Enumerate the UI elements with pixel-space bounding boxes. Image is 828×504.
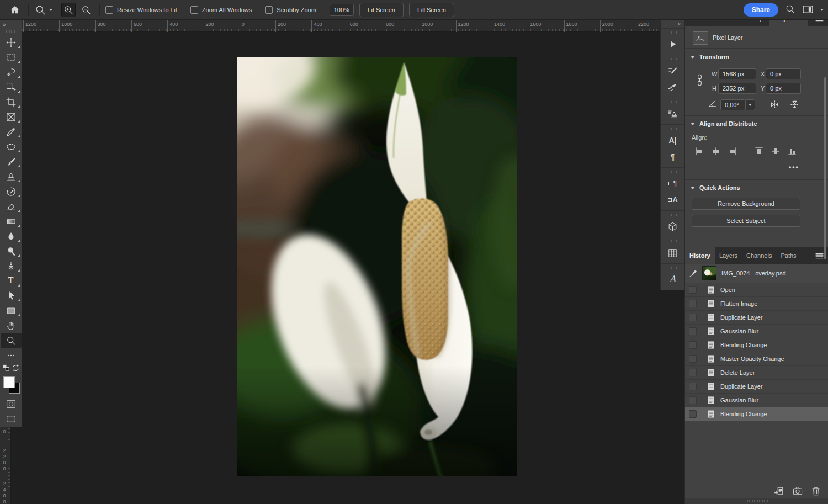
history-source-checkbox[interactable]	[689, 286, 697, 294]
search-button[interactable]	[785, 4, 795, 15]
panel-clone-source[interactable]	[661, 105, 684, 122]
history-state-row[interactable]: Blending Change	[685, 338, 828, 352]
history-source-checkbox[interactable]	[689, 369, 697, 376]
history-source-checkbox[interactable]	[689, 341, 697, 349]
panel-paragraph-styles[interactable]: ¶	[661, 175, 684, 192]
history-state-row[interactable]: Gaussian Blur	[685, 394, 828, 407]
zoom-all-windows-checkbox[interactable]: Zoom All Windows	[190, 6, 252, 14]
align-left-button[interactable]	[695, 147, 704, 156]
history-source-checkbox[interactable]	[689, 383, 697, 390]
zoom-level-input[interactable]: 100%	[330, 4, 354, 16]
rotation-input[interactable]: 0,00°	[720, 99, 746, 110]
more-tools[interactable]	[1, 348, 22, 363]
zoom-out-button[interactable]	[79, 3, 93, 17]
history-source-checkbox[interactable]	[689, 355, 697, 363]
delete-state-button[interactable]	[811, 486, 820, 497]
align-center-h-button[interactable]	[712, 147, 720, 156]
history-state-row[interactable]: Duplicate Layer	[685, 311, 828, 325]
panel-3d[interactable]	[661, 218, 684, 235]
dodge-tool[interactable]	[1, 243, 22, 258]
history-source-checkbox[interactable]	[689, 327, 697, 335]
swap-colors-button[interactable]	[12, 364, 20, 373]
quick-mask-button[interactable]	[1, 396, 22, 411]
history-source-checkbox[interactable]	[689, 300, 697, 307]
properties-scrollbar[interactable]	[824, 77, 826, 259]
panel-brush-settings[interactable]	[661, 62, 684, 79]
horizontal-ruler[interactable]: 1200100080060040020002004006008001000120…	[0, 20, 660, 32]
history-source-checkbox[interactable]	[689, 410, 697, 418]
transform-header[interactable]: Transform	[691, 54, 729, 60]
panel-actions[interactable]	[661, 36, 684, 52]
collapse-dock-button[interactable]: «	[661, 20, 684, 28]
align-top-button[interactable]	[755, 147, 763, 156]
type-tool[interactable]: T	[1, 273, 22, 288]
align-header[interactable]: Align and Distribute	[691, 120, 757, 127]
lasso-tool[interactable]	[1, 65, 22, 79]
remove-background-button[interactable]: Remove Background	[692, 198, 800, 210]
history-brush-source-icon[interactable]	[689, 269, 698, 278]
fit-screen-button[interactable]: Fit Screen	[359, 3, 404, 17]
path-selection-tool[interactable]	[1, 288, 22, 303]
pen-tool[interactable]	[1, 258, 22, 273]
panel-brushes[interactable]	[661, 79, 684, 96]
align-right-button[interactable]	[728, 147, 737, 156]
color-swatches[interactable]	[1, 375, 22, 396]
object-selection-tool[interactable]	[1, 79, 22, 94]
hand-tool[interactable]	[1, 318, 22, 333]
zoom-tool-button[interactable]	[34, 4, 52, 16]
history-snapshot-row[interactable]: IMG_0074 - overlay.psd	[685, 264, 828, 283]
rotation-dropdown[interactable]	[746, 99, 755, 110]
workspace-switcher[interactable]	[802, 4, 814, 15]
eraser-tool[interactable]	[1, 199, 22, 214]
align-bottom-button[interactable]	[788, 147, 797, 156]
scrubby-zoom-checkbox[interactable]: Scrubby Zoom	[265, 6, 316, 14]
fill-screen-button[interactable]: Fill Screen	[409, 3, 454, 17]
history-source-checkbox[interactable]	[689, 314, 697, 321]
zoom-tool[interactable]	[1, 333, 22, 348]
tab-layers[interactable]: Layers	[715, 247, 742, 264]
panel-patterns[interactable]	[661, 245, 684, 261]
quick-actions-header[interactable]: Quick Actions	[691, 184, 740, 191]
canvas-image[interactable]	[237, 57, 517, 476]
marquee-tool[interactable]	[1, 50, 22, 65]
history-state-row[interactable]: Flatten Image	[685, 297, 828, 311]
gradient-tool[interactable]	[1, 214, 22, 229]
align-middle-v-button[interactable]	[771, 147, 780, 156]
history-state-row[interactable]: Blending Change	[685, 407, 828, 421]
new-doc-from-state-button[interactable]	[774, 486, 784, 497]
height-input[interactable]: 2352 px	[718, 83, 756, 94]
panel-resize-handle[interactable]	[685, 498, 828, 504]
panel-glyphs[interactable]: A	[661, 271, 684, 288]
resize-windows-checkbox[interactable]: Resize Windows to Fit	[105, 6, 177, 14]
canvas-area[interactable]: 022002400	[0, 32, 684, 504]
tab-paths[interactable]: Paths	[776, 247, 800, 264]
tab-channels[interactable]: Channels	[742, 247, 776, 264]
flip-vertical-button[interactable]	[790, 100, 799, 110]
new-snapshot-button[interactable]	[793, 486, 803, 496]
crop-tool[interactable]	[1, 94, 22, 109]
link-dimensions-button[interactable]	[696, 73, 703, 88]
history-state-row[interactable]: Master Opacity Change	[685, 352, 828, 366]
tab-history[interactable]: History	[685, 247, 715, 264]
panel-character[interactable]: A|	[661, 132, 684, 148]
eyedropper-tool[interactable]	[1, 124, 22, 139]
history-brush-tool[interactable]	[1, 184, 22, 199]
width-input[interactable]: 1568 px	[718, 68, 756, 79]
panel-paragraph[interactable]: ¶	[661, 148, 684, 165]
move-tool[interactable]	[1, 35, 22, 50]
y-input[interactable]: 0 px	[766, 83, 801, 94]
clone-stamp-tool[interactable]	[1, 169, 22, 184]
history-state-row[interactable]: Duplicate Layer	[685, 380, 828, 394]
healing-brush-tool[interactable]	[1, 139, 22, 154]
chevron-down-icon[interactable]	[820, 9, 824, 11]
history-state-row[interactable]: Gaussian Blur	[685, 325, 828, 338]
align-more-button[interactable]: •••	[789, 163, 799, 171]
history-source-checkbox[interactable]	[689, 396, 697, 404]
blur-tool[interactable]	[1, 229, 22, 243]
brush-tool[interactable]	[1, 154, 22, 169]
frame-tool[interactable]	[1, 109, 22, 124]
panel-character-styles[interactable]: A	[661, 192, 684, 208]
x-input[interactable]: 0 px	[766, 68, 801, 79]
zoom-in-button[interactable]	[61, 3, 76, 17]
expand-tools-button[interactable]: »	[0, 20, 22, 29]
